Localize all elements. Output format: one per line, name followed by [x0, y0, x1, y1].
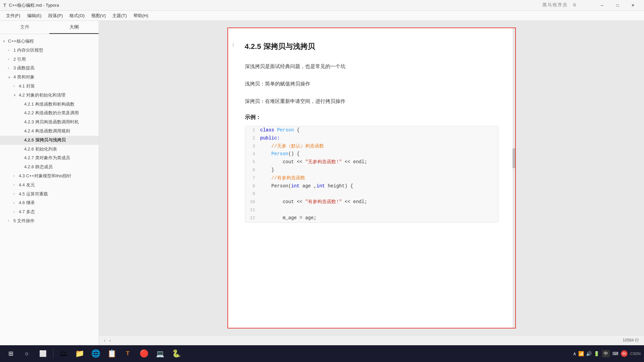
tree-item-s423[interactable]: 4.2.3 拷贝构造函数调用时机	[0, 118, 99, 127]
tree-item-s426[interactable]: 4.2.6 初始化列表	[0, 145, 99, 154]
line-content-1: class Person {	[260, 126, 498, 134]
tree-item-s424[interactable]: 4.2.4 构造函数调用规则	[0, 127, 99, 136]
minimize-button[interactable]: ─	[594, 0, 610, 11]
app-body: 文件 大纲 ∨ C++核心编程 › 1 内存分区模型 › 2 引用 › 3 函数…	[0, 21, 644, 345]
tray-expand-icon[interactable]: ∧	[573, 351, 576, 356]
code-line-12: 12 m_age = age;	[245, 214, 498, 222]
code-line-2: 2 public:	[245, 134, 498, 142]
tree-item-s43[interactable]: › 4.3 C++对象模型和this指针	[0, 172, 99, 181]
search-button[interactable]: ○	[19, 346, 34, 361]
tree-item-s42[interactable]: ∨ 4.2 对象的初始化和清理	[0, 91, 99, 100]
tab-files[interactable]: 文件	[0, 21, 49, 34]
taskbar-app-clipboard[interactable]: 📋	[104, 346, 119, 361]
input-method[interactable]: 中	[602, 350, 610, 357]
taskbar-app-vs[interactable]: 💻	[153, 346, 167, 361]
tree-item-s5[interactable]: › 5 文件操作	[0, 217, 99, 226]
code-line-9: 9	[245, 190, 498, 198]
document-page: | 4.2.5 深拷贝与浅拷贝 深浅拷贝是面试经典问题，也是常见的一个坑 浅拷贝…	[227, 27, 516, 328]
tree-item-s3[interactable]: › 3 函数提高	[0, 64, 99, 73]
taskbar-app-python[interactable]: 🐍	[169, 346, 183, 361]
maximize-button[interactable]: □	[610, 0, 625, 11]
tree-label: 4.7 多态	[19, 208, 35, 216]
taskview-button[interactable]: ⬜	[36, 346, 50, 361]
nav-prev[interactable]: ‹	[104, 338, 105, 343]
tree-label: 4.2.6 初始化列表	[24, 146, 57, 153]
cursor-indicator: |	[233, 42, 235, 45]
code-line-5: 5 cout << "无参构造函数!" << endl;	[245, 158, 498, 166]
line-content-3: //无参（默认）构造函数	[260, 142, 498, 150]
menu-file[interactable]: 文件(F)	[3, 11, 24, 20]
editor-area[interactable]: | 4.2.5 深拷贝与浅拷贝 深浅拷贝是面试经典问题，也是常见的一个坑 浅拷贝…	[99, 21, 644, 335]
ime-label: ⌨	[612, 351, 618, 356]
tree-item-s428[interactable]: 4.2.8 静态成员	[0, 163, 99, 172]
scrollbar[interactable]	[513, 28, 515, 328]
tree-item-s46[interactable]: › 4.6 继承	[0, 198, 99, 207]
code-line-1: 1 class Person {	[245, 126, 498, 134]
tree-item-s44[interactable]: › 4.4 友元	[0, 181, 99, 190]
tree-label: 3 函数提高	[13, 65, 35, 72]
tree-item-s4[interactable]: ∨ 4 类和对象	[0, 73, 99, 82]
tree-item-s41[interactable]: › 4.1 封装	[0, 82, 99, 91]
tree-label: 4.2.7 类对象作为类成员	[24, 155, 70, 162]
line-num-10: 10	[245, 198, 260, 206]
scrollbar-thumb[interactable]	[513, 148, 515, 168]
line-num-7: 7	[245, 174, 260, 182]
network-icon[interactable]: 📶	[578, 351, 584, 356]
tree-label: 4 类和对象	[13, 74, 35, 81]
menu-format[interactable]: 格式(O)	[66, 11, 88, 20]
app-icon: T	[3, 3, 6, 8]
tree-item-s45[interactable]: › 4.5 运算符重载	[0, 190, 99, 199]
tab-outline[interactable]: 大纲	[49, 21, 99, 34]
arrow-icon: ›	[13, 200, 19, 206]
taskbar-right: ∧ 📶 🔊 🔋 中 ⌨ 90 CSDN	[573, 350, 641, 357]
menu-paragraph[interactable]: 段落(P)	[45, 11, 66, 20]
taskbar-app-typora[interactable]: T	[120, 346, 135, 361]
taskbar-divider	[53, 349, 53, 359]
code-line-11: 11	[245, 206, 498, 214]
tree-label: 4.2.8 静态成员	[24, 164, 53, 171]
line-num-4: 4	[245, 150, 260, 158]
tree-label: 4.2.1 构造函数和析构函数	[24, 101, 74, 108]
tree-label: C++核心编程	[8, 38, 34, 45]
menu-theme[interactable]: 主题(T)	[109, 11, 130, 20]
tree-label: 4.6 继承	[19, 199, 35, 206]
arrow-icon: ∨	[13, 93, 19, 98]
close-button[interactable]: ✕	[625, 0, 641, 11]
tree-item-s47[interactable]: › 4.7 多态	[0, 207, 99, 217]
tree-label: 4.2.3 拷贝构造函数调用时机	[24, 119, 79, 126]
start-button[interactable]: ⊞	[3, 346, 18, 361]
menu-view[interactable]: 视图(V)	[88, 11, 109, 20]
tree-item-s427[interactable]: 4.2.7 类对象作为类成员	[0, 154, 99, 163]
taskbar-app-explorer[interactable]: 🗂	[56, 346, 71, 361]
title-bar-controls: ─ □ ✕	[594, 0, 641, 11]
menu-edit[interactable]: 编辑(E)	[24, 11, 45, 20]
tree-item-s422[interactable]: 4.2.2 构造函数的分类及调用	[0, 109, 99, 118]
tree-item-s425[interactable]: 4.2.5 深拷贝与浅拷贝	[0, 136, 99, 145]
tree-item-root[interactable]: ∨ C++核心编程	[0, 37, 99, 46]
sidebar: 文件 大纲 ∨ C++核心编程 › 1 内存分区模型 › 2 引用 › 3 函数…	[0, 21, 99, 345]
menu-help[interactable]: 帮助(H)	[130, 11, 152, 20]
arrow-icon: ›	[13, 173, 19, 179]
doc-deep-label: 深拷贝：在堆区重新申请空间，进行拷贝操作	[245, 97, 498, 106]
tree-item-s421[interactable]: 4.2.1 构造函数和析构函数	[0, 100, 99, 109]
arrow-icon: ›	[13, 83, 19, 89]
arrow-icon: ›	[13, 191, 19, 197]
system-tray: ∧ 📶 🔊 🔋	[573, 351, 599, 356]
tree-item-s1[interactable]: › 1 内存分区模型	[0, 46, 99, 55]
battery-icon[interactable]: 🔋	[594, 351, 599, 356]
taskbar: ⊞ ○ ⬜ 🗂 📁 🌐 📋 T 🔴 💻 🐍 ∧ 📶 🔊 🔋 中 ⌨ 90 CSD…	[0, 345, 644, 362]
taskbar-app-browser[interactable]: 🌐	[88, 346, 103, 361]
taskbar-app-folder[interactable]: 📁	[72, 346, 87, 361]
doc-shallow-label: 浅拷贝：简单的赋值拷贝操作	[245, 79, 498, 88]
tree-item-s2[interactable]: › 2 引用	[0, 55, 99, 64]
menu-bar: 文件(F) 编辑(E) 段落(P) 格式(O) 视图(V) 主题(T) 帮助(H…	[0, 11, 644, 21]
code-line-8: 8 Person(int age ,int height) {	[245, 182, 498, 190]
doc-para1: 深浅拷贝是面试经典问题，也是常见的一个坑	[245, 62, 498, 71]
nav-next[interactable]: ›	[109, 338, 111, 343]
arrow-icon: ∨	[8, 75, 13, 80]
sidebar-content: ∨ C++核心编程 › 1 内存分区模型 › 2 引用 › 3 函数提高 ∨ 4…	[0, 34, 99, 345]
notification-badge[interactable]: 90	[621, 350, 628, 357]
code-line-6: 6 }	[245, 166, 498, 174]
volume-icon[interactable]: 🔊	[586, 351, 592, 356]
taskbar-app-red[interactable]: 🔴	[137, 346, 151, 361]
